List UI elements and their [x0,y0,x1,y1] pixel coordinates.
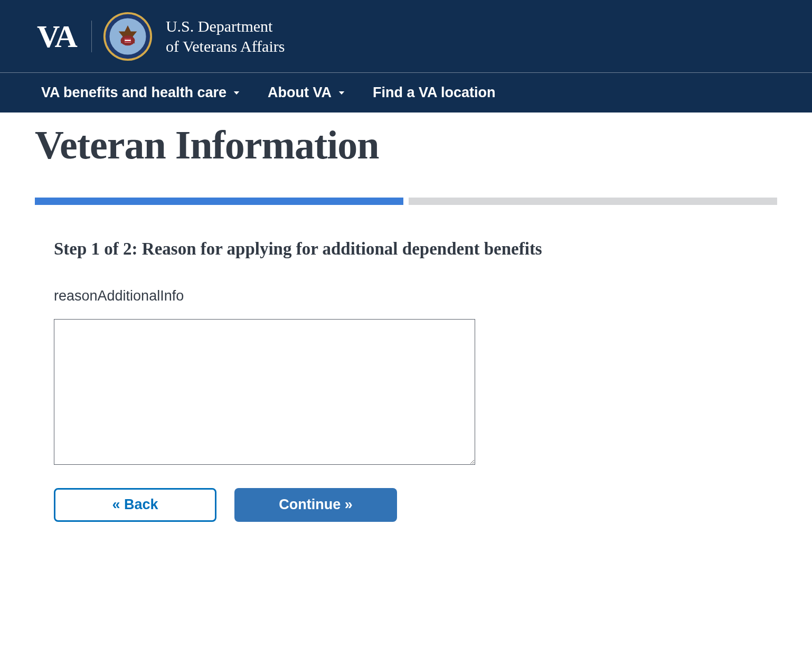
nav-label: VA benefits and health care [41,85,226,101]
site-header: VA U.S. Department of Veterans Affairs V… [0,0,812,113]
progress-segment-2 [409,198,777,205]
progress-segment-1 [35,198,403,205]
nav-item-benefits[interactable]: VA benefits and health care [41,85,241,101]
svg-rect-6 [125,41,131,42]
department-name: U.S. Department of Veterans Affairs [166,16,285,56]
dept-line-1: U.S. Department [166,16,285,36]
main-nav: VA benefits and health care About VA Fin… [0,73,812,113]
progress-bar [35,198,777,205]
header-top: VA U.S. Department of Veterans Affairs [0,0,812,73]
page-title: Veteran Information [35,122,777,168]
reason-additional-info-textarea[interactable] [54,319,475,465]
continue-button[interactable]: Continue » [234,488,397,522]
back-button[interactable]: « Back [54,488,216,522]
svg-rect-5 [125,38,131,39]
button-row: « Back Continue » [54,488,758,522]
step-heading: Step 1 of 2: Reason for applying for add… [54,238,758,260]
chevron-down-icon [232,88,241,98]
va-seal-icon [102,11,153,62]
form-area: Step 1 of 2: Reason for applying for add… [35,238,777,522]
nav-item-find-location[interactable]: Find a VA location [373,85,496,101]
main-content: Veteran Information Step 1 of 2: Reason … [0,122,812,522]
reason-additional-info-label: reasonAdditionalInfo [54,288,758,304]
chevron-down-icon [337,88,346,98]
nav-label: Find a VA location [373,85,496,101]
nav-item-about[interactable]: About VA [268,85,346,101]
dept-line-2: of Veterans Affairs [166,36,285,57]
va-logo: VA [37,21,92,52]
nav-label: About VA [268,85,332,101]
